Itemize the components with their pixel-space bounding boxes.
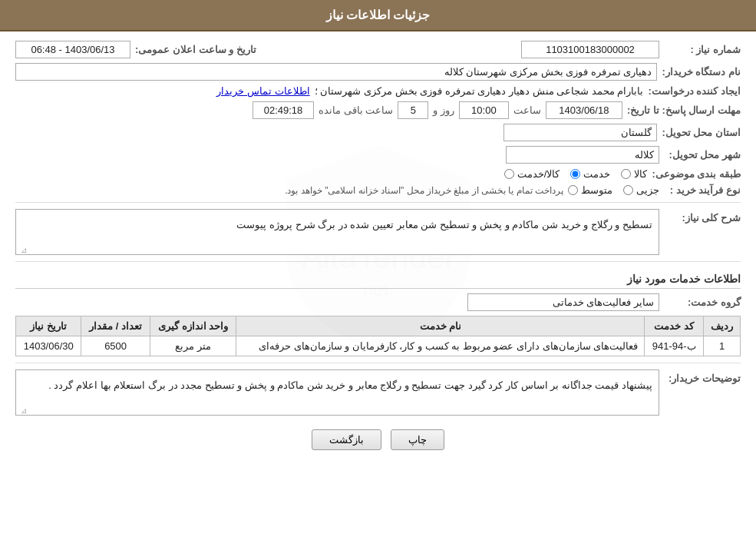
cell-date: 1403/06/30 <box>16 336 81 356</box>
back-button[interactable]: بازگشت <box>312 429 381 450</box>
announce-date-label: تاریخ و ساعت اعلان عمومی: <box>135 44 256 55</box>
category-option-kala[interactable]: کالا <box>621 168 647 180</box>
days-label: روز و <box>433 104 454 116</box>
cell-quantity: 6500 <box>81 336 150 356</box>
deadline-label: مهلت ارسال پاسخ: تا تاریخ: <box>627 104 741 116</box>
deadline-remaining: 02:49:18 <box>253 101 314 119</box>
service-group-value: سایر فعالیت‌های خدماتی <box>467 293 659 311</box>
announce-date-value: 1403/06/13 - 06:48 <box>15 41 130 58</box>
col-date: تاریخ نیاز <box>16 316 81 336</box>
city-label: شهر محل تحویل: <box>664 149 741 161</box>
category-option-kala-khadamat[interactable]: کالا/خدمت <box>504 168 560 180</box>
deadline-row: مهلت ارسال پاسخ: تا تاریخ: 1403/06/18 سا… <box>15 101 741 119</box>
buyer-desc-value: پیشنهاد قیمت جداگانه بر اساس کار کرد گیر… <box>48 379 652 391</box>
deadline-date: 1403/06/18 <box>546 101 622 119</box>
buyer-desc-label: توضیحات خریدار: <box>664 369 741 384</box>
resize-handle-2[interactable]: ⊿ <box>18 404 27 413</box>
creator-label: ایجاد کننده درخواست: <box>648 85 741 97</box>
buyer-org-row: نام دستگاه خریدار: دهیاری تمرفره فوزی بخ… <box>15 63 741 81</box>
buyer-org-label: نام دستگاه خریدار: <box>662 66 741 78</box>
page-header: جزئیات اطلاعات نیاز <box>0 0 756 31</box>
creator-value: بابارام محمد شجاعی منش دهیار دهیاری تمرف… <box>315 85 644 97</box>
province-value: گلستان <box>503 124 657 141</box>
need-number-value: 1103100183000002 <box>521 41 659 58</box>
main-content: AltaTender .net شماره نیاز : 11031001830… <box>0 31 756 469</box>
creator-link[interactable]: اطلاعات تماس خریدار <box>216 85 309 97</box>
col-service-code: کد خدمت <box>645 316 704 336</box>
resize-handle[interactable]: ⊿ <box>18 243 27 253</box>
general-desc-value: تسطیح و رگلاج و خرید شن ماکادم و پخش و ت… <box>236 219 652 230</box>
page-wrapper: جزئیات اطلاعات نیاز AltaTender .net شمار… <box>0 0 756 540</box>
buyer-org-value: دهیاری تمرفره فوزی بخش مرکزی شهرستان کلا… <box>15 63 657 81</box>
buttons-row: چاپ بازگشت <box>15 420 741 459</box>
page-title: جزئیات اطلاعات نیاز <box>326 8 431 22</box>
print-button[interactable]: چاپ <box>391 429 444 450</box>
general-desc-row: شرح کلی نیاز: تسطیح و رگلاج و خرید شن ما… <box>15 209 741 255</box>
cell-service-code: ب-94-941 <box>645 336 704 356</box>
purchase-option-jozee[interactable]: جزیی <box>623 184 659 196</box>
province-label: استان محل تحویل: <box>662 127 741 138</box>
time-label: ساعت <box>513 104 541 116</box>
purchase-type-label: نوع فرآیند خرید : <box>664 184 741 196</box>
category-label: طبقه بندی موضوعی: <box>652 168 741 180</box>
service-group-label: گروه خدمت: <box>664 297 741 308</box>
city-value: کلاله <box>506 146 659 164</box>
general-desc-box: تسطیح و رگلاج و خرید شن ماکادم و پخش و ت… <box>15 209 659 255</box>
category-radio-group: کالا خدمت کالا/خدمت <box>504 168 648 180</box>
category-option-khadamat[interactable]: خدمت <box>570 168 610 180</box>
col-quantity: تعداد / مقدار <box>81 316 150 336</box>
deadline-days: 5 <box>398 101 428 119</box>
purchase-type-radio-group: جزیی متوسط <box>568 184 659 196</box>
svg-text:.net: .net <box>362 278 393 299</box>
deadline-time: 10:00 <box>459 101 509 119</box>
creator-row: ایجاد کننده درخواست: بابارام محمد شجاعی … <box>15 85 741 97</box>
remaining-label: ساعت باقی مانده <box>319 104 393 116</box>
need-number-label: شماره نیاز : <box>664 44 741 55</box>
col-unit: واحد اندازه گیری <box>150 316 236 336</box>
purchase-option-motavasset[interactable]: متوسط <box>568 184 612 196</box>
general-desc-label: شرح کلی نیاز: <box>664 209 741 224</box>
cell-unit: متر مربع <box>150 336 236 356</box>
buyer-desc-box: پیشنهاد قیمت جداگانه بر اساس کار کرد گیر… <box>15 369 659 416</box>
buyer-desc-row: توضیحات خریدار: پیشنهاد قیمت جداگانه بر … <box>15 369 741 416</box>
cell-row-num: 1 <box>704 336 741 356</box>
need-number-row: شماره نیاز : 1103100183000002 تاریخ و سا… <box>15 41 741 58</box>
col-row-num: ردیف <box>704 316 741 336</box>
